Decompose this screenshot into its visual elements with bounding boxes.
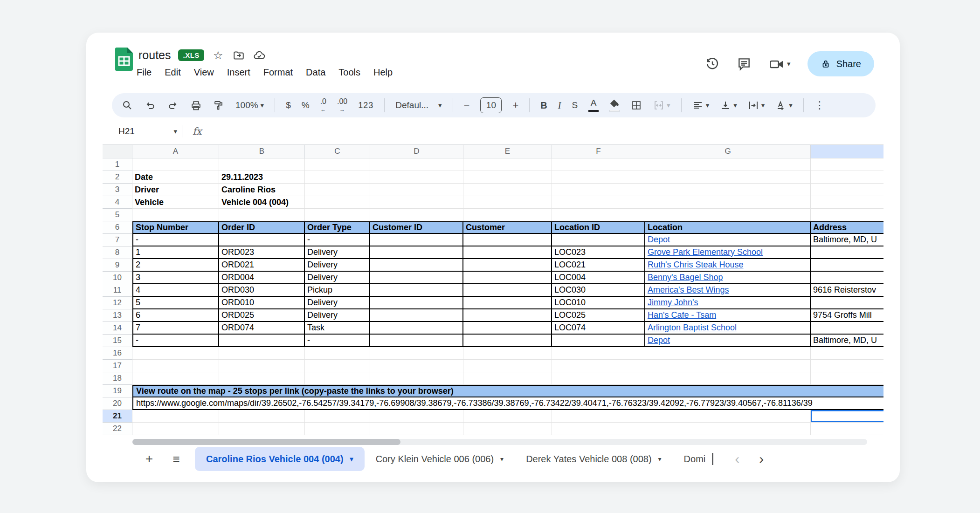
cell-F21[interactable] [552, 410, 645, 423]
cell-D22[interactable] [370, 423, 463, 435]
increase-font-size-button[interactable]: + [512, 99, 518, 111]
row-header-9[interactable]: 9 [103, 259, 132, 272]
cell-A11[interactable]: 4 [132, 284, 219, 297]
row-header-17[interactable]: 17 [103, 360, 132, 372]
column-header-C[interactable]: C [305, 144, 370, 158]
cell-H10[interactable] [811, 272, 883, 284]
cell-G13[interactable]: Han's Cafe - Tsam [645, 309, 811, 322]
cell-G15[interactable]: Depot [645, 335, 811, 347]
cell-F16[interactable] [552, 347, 645, 360]
cell-A9[interactable]: 2 [132, 259, 219, 272]
cell-F11[interactable]: LOC030 [552, 284, 645, 297]
cell-G17[interactable] [645, 360, 811, 372]
route-banner-cell[interactable]: View route on the map - 25 stops per lin… [132, 385, 883, 397]
font-size-input[interactable]: 10 [480, 97, 502, 113]
horizontal-scrollbar-thumb[interactable] [132, 439, 400, 445]
column-header-A[interactable]: A [132, 144, 219, 158]
cell-F10[interactable]: LOC004 [552, 272, 645, 284]
cell-C7[interactable]: - [305, 234, 370, 246]
cell-G9[interactable]: Ruth's Chris Steak House [645, 259, 811, 272]
cell-G11[interactable]: America's Best Wings [645, 284, 811, 297]
cell-H14[interactable] [811, 322, 883, 335]
cell-B4[interactable]: Vehicle 004 (004) [219, 196, 305, 209]
cell-H7[interactable]: Baltimore, MD, U [811, 234, 883, 246]
cell-F3[interactable] [552, 184, 645, 196]
more-toolbar-options-button[interactable]: ⋮ [814, 99, 825, 111]
cell-F1[interactable] [552, 158, 645, 171]
sheet-tab-menu-caret-icon[interactable]: ▾ [658, 455, 662, 463]
sheet-tab-menu-caret-icon[interactable]: ▾ [350, 455, 353, 463]
format-percent-button[interactable]: % [302, 100, 310, 110]
cell-C5[interactable] [305, 209, 370, 221]
cell-H4[interactable] [811, 196, 883, 209]
cell-F14[interactable]: LOC074 [552, 322, 645, 335]
row-header-2[interactable]: 2 [103, 171, 132, 184]
vertical-align-button[interactable]: ▾ [720, 100, 737, 111]
column-header-H[interactable] [811, 144, 883, 158]
row-header-22[interactable]: 22 [103, 423, 132, 435]
cell-B18[interactable] [219, 372, 305, 385]
sheets-logo-icon[interactable] [115, 48, 133, 73]
cell-E5[interactable] [463, 209, 552, 221]
cell-A13[interactable]: 6 [132, 309, 219, 322]
cell-D17[interactable] [370, 360, 463, 372]
cell-G7[interactable]: Depot [645, 234, 811, 246]
cell-F5[interactable] [552, 209, 645, 221]
cell-C2[interactable] [305, 171, 370, 184]
all-sheets-menu-button[interactable]: ≡ [167, 452, 186, 466]
cell-A22[interactable] [132, 423, 219, 435]
cell-A6[interactable]: Stop Number [132, 221, 219, 234]
document-title[interactable]: routes [138, 48, 171, 62]
cell-F4[interactable] [552, 196, 645, 209]
row-header-14[interactable]: 14 [103, 322, 132, 335]
cell-E7[interactable] [463, 234, 552, 246]
cell-B2[interactable]: 29.11.2023 [219, 171, 305, 184]
cell-E17[interactable] [463, 360, 552, 372]
cell-H12[interactable] [811, 297, 883, 309]
cell-G2[interactable] [645, 171, 811, 184]
fill-color-button[interactable] [609, 99, 620, 112]
sheet-tab-1[interactable]: Caroline Rios Vehicle 004 (004)▾ [195, 447, 365, 471]
cell-G21[interactable] [645, 410, 811, 423]
cell-G12[interactable]: Jimmy John's [645, 297, 811, 309]
cell-D6[interactable]: Customer ID [370, 221, 463, 234]
sheet-tab-4[interactable]: Domi [673, 447, 716, 471]
cell-E8[interactable] [463, 246, 552, 259]
cell-H18[interactable] [811, 372, 883, 385]
menu-help[interactable]: Help [373, 67, 393, 78]
cell-D2[interactable] [370, 171, 463, 184]
cell-G3[interactable] [645, 184, 811, 196]
cell-H17[interactable] [811, 360, 883, 372]
cell-F7[interactable] [552, 234, 645, 246]
cell-B9[interactable]: ORD021 [219, 259, 305, 272]
cell-H2[interactable] [811, 171, 883, 184]
text-color-button[interactable]: A [588, 99, 599, 112]
select-all-corner[interactable] [103, 144, 132, 158]
cell-D21[interactable] [370, 410, 463, 423]
cell-D7[interactable] [370, 234, 463, 246]
cell-D4[interactable] [370, 196, 463, 209]
cell-G22[interactable] [645, 423, 811, 435]
cell-A18[interactable] [132, 372, 219, 385]
cell-H15[interactable]: Baltimore, MD, U [811, 335, 883, 347]
cell-B21[interactable] [219, 410, 305, 423]
cell-E3[interactable] [463, 184, 552, 196]
cell-E13[interactable] [463, 309, 552, 322]
row-header-11[interactable]: 11 [103, 284, 132, 297]
cell-C14[interactable]: Task [305, 322, 370, 335]
merge-cells-button[interactable]: ▾ [653, 100, 670, 111]
cell-G18[interactable] [645, 372, 811, 385]
column-header-B[interactable]: B [219, 144, 305, 158]
text-rotation-button[interactable]: ▾ [775, 100, 793, 111]
cell-B16[interactable] [219, 347, 305, 360]
cell-H16[interactable] [811, 347, 883, 360]
cell-A12[interactable]: 5 [132, 297, 219, 309]
menu-data[interactable]: Data [306, 67, 325, 78]
cell-B12[interactable]: ORD010 [219, 297, 305, 309]
cell-B22[interactable] [219, 423, 305, 435]
video-call-menu-caret-icon[interactable]: ▾ [787, 60, 791, 68]
video-call-icon[interactable] [768, 56, 783, 71]
cell-G5[interactable] [645, 209, 811, 221]
cell-C16[interactable] [305, 347, 370, 360]
cell-D16[interactable] [370, 347, 463, 360]
